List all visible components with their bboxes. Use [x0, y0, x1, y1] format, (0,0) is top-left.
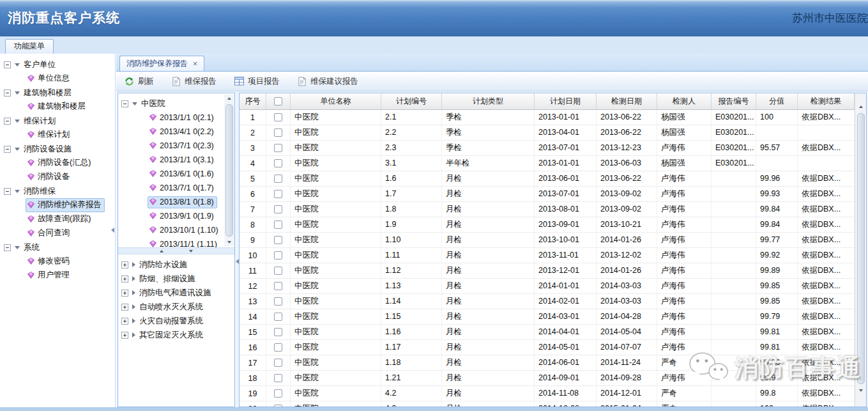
column-header[interactable]: 序号: [240, 93, 266, 109]
expand-icon[interactable]: [121, 304, 128, 311]
row-checkbox[interactable]: [274, 221, 282, 229]
row-checkbox[interactable]: [274, 405, 282, 407]
plan-tree-root[interactable]: 中医院: [118, 97, 234, 111]
column-header[interactable]: 计划类型: [442, 93, 535, 109]
facility-tree-item[interactable]: 消防给水设施: [118, 258, 234, 272]
sidebar-group[interactable]: 系统: [0, 240, 115, 254]
sidebar-group[interactable]: 维保计划: [0, 114, 115, 128]
facility-tree-item[interactable]: 其它固定灭火系统: [118, 328, 234, 342]
plan-tree-item[interactable]: 2013/9/1 0(1.9): [118, 209, 234, 223]
expand-icon[interactable]: [121, 261, 128, 268]
sidebar-item[interactable]: 合同查询: [0, 226, 115, 240]
tree-splitter[interactable]: [118, 247, 234, 254]
refresh-button[interactable]: 刷新: [125, 76, 154, 87]
facility-tree-item[interactable]: 火灾自动报警系统: [118, 314, 234, 328]
expand-icon[interactable]: [121, 275, 128, 283]
sidebar-item[interactable]: 单位信息: [0, 72, 115, 86]
table-row[interactable]: 11中医院1.12月检2013-12-012014-01-26卢海伟99.89依…: [240, 263, 855, 279]
sidebar-group[interactable]: 消防设备设施: [0, 142, 115, 156]
column-header[interactable]: 单位名称: [291, 93, 381, 109]
row-checkbox[interactable]: [274, 174, 282, 183]
column-header[interactable]: 检测结果: [798, 93, 855, 109]
splitter-up-icon[interactable]: [160, 250, 164, 252]
suggestion-report-button[interactable]: 维保建议报告: [298, 76, 358, 87]
row-checkbox[interactable]: [274, 313, 282, 321]
expand-icon[interactable]: [121, 332, 128, 339]
collapse-icon[interactable]: [4, 146, 11, 153]
scrollbar-thumb[interactable]: [857, 113, 865, 384]
grid-scrollbar[interactable]: [855, 93, 866, 407]
table-row[interactable]: 13中医院1.14月检2014-02-012014-03-03卢海伟99.85依…: [240, 294, 855, 309]
row-checkbox[interactable]: [274, 251, 282, 260]
project-report-button[interactable]: 项目报告: [234, 76, 280, 87]
collapse-icon[interactable]: [4, 89, 11, 97]
table-row[interactable]: 18中医院1.21月检2014-09-012014-09-28卢海伟99.9依据…: [240, 371, 855, 386]
row-checkbox[interactable]: [274, 113, 282, 121]
facility-tree-item[interactable]: 防烟、排烟设施: [118, 272, 234, 286]
plan-tree-item[interactable]: 2013/7/1 0(1.7): [118, 181, 234, 195]
row-checkbox[interactable]: [274, 343, 282, 352]
column-header[interactable]: 检测人: [657, 93, 712, 109]
row-checkbox[interactable]: [274, 328, 282, 336]
plan-tree-item[interactable]: 2013/7/1 0(2.3): [118, 139, 234, 153]
scroll-up-icon[interactable]: [859, 105, 863, 108]
expand-icon[interactable]: [121, 318, 128, 325]
splitter-down-icon[interactable]: [189, 250, 193, 252]
row-checkbox[interactable]: [274, 267, 282, 275]
expand-icon[interactable]: [121, 290, 128, 297]
table-row[interactable]: 5中医院1.6月检2013-06-012013-06-22卢海伟99.96依据D…: [240, 171, 855, 187]
plan-tree-item[interactable]: 2013/11/1 (1.11): [118, 237, 234, 247]
table-row[interactable]: 12中医院1.13月检2014-01-012014-03-03卢海伟99.85依…: [240, 279, 855, 294]
sidebar-item[interactable]: 建筑物和楼层: [0, 100, 115, 114]
row-checkbox[interactable]: [274, 128, 282, 137]
table-row[interactable]: 20中医院4.3月检2014-12-082015-01-04严奇100依据DBX…: [240, 401, 855, 407]
row-checkbox[interactable]: [274, 159, 282, 167]
plan-tree-item[interactable]: 2013/10/1 (1.10): [118, 223, 234, 237]
column-header[interactable]: 计划编号: [381, 93, 442, 109]
table-row[interactable]: 14中医院1.15月检2014-03-012014-04-28卢海伟99.79依…: [240, 309, 855, 325]
function-menu-tab[interactable]: 功能菜单: [5, 39, 54, 54]
table-row[interactable]: 10中医院1.11月检2013-11-012013-12-02卢海伟99.92依…: [240, 248, 855, 263]
collapse-icon[interactable]: [4, 61, 11, 68]
row-checkbox[interactable]: [274, 190, 282, 198]
sidebar-item[interactable]: 故障查询(跟踪): [0, 212, 115, 226]
table-row[interactable]: 3中医院2.3季检2013-07-012013-12-23卢海伟E030201.…: [240, 141, 855, 156]
scrollbar-thumb[interactable]: [225, 104, 233, 237]
facility-tree-item[interactable]: 自动喷水灭火系统: [118, 300, 234, 314]
row-checkbox[interactable]: [274, 374, 282, 382]
plan-tree-item[interactable]: 2013/1/1 0(2.1): [118, 111, 234, 125]
table-row[interactable]: 1中医院2.1季检2013-01-012013-06-22杨国强E030201.…: [240, 110, 855, 125]
table-row[interactable]: 17中医院1.18月检2014-06-012014-11-24严奇99.96依据…: [240, 355, 855, 371]
collapse-icon[interactable]: [121, 100, 128, 107]
row-checkbox[interactable]: [274, 144, 282, 152]
collapse-icon[interactable]: [4, 244, 11, 251]
table-row[interactable]: 2中医院2.2季检2013-04-012013-06-22杨国强E030201.…: [240, 125, 855, 141]
row-checkbox[interactable]: [274, 389, 282, 398]
sidebar-group[interactable]: 消防维保: [0, 184, 115, 198]
table-row[interactable]: 7中医院1.8月检2013-08-012013-09-02卢海伟99.84依据D…: [240, 202, 855, 217]
tab-maintenance-report[interactable]: 消防维护保养报告 ×: [119, 56, 204, 71]
row-checkbox[interactable]: [274, 205, 282, 213]
collapse-icon[interactable]: [4, 118, 11, 125]
plan-tree-item[interactable]: 2013/1/1 0(3.1): [118, 153, 234, 167]
table-row[interactable]: 19中医院4.2月检2014-11-082014-12-01严奇99.8依据DB…: [240, 386, 855, 401]
table-row[interactable]: 4中医院3.1半年检2013-01-012013-06-03杨国强E030201…: [240, 156, 855, 171]
table-row[interactable]: 16中医院1.17月检2014-05-012014-07-07卢海伟99.81依…: [240, 340, 855, 355]
sidebar-item[interactable]: 消防设备: [0, 170, 115, 184]
sidebar-item[interactable]: 消防设备(汇总): [0, 156, 115, 170]
facility-tree-item[interactable]: 消防电气和通讯设施: [118, 286, 234, 300]
sidebar-item[interactable]: 维保计划: [0, 128, 115, 142]
maintenance-report-button[interactable]: 维保报告: [172, 76, 217, 87]
plan-tree-item[interactable]: 2013/6/1 0(1.6): [118, 167, 234, 181]
sidebar-collapse-icon[interactable]: [111, 228, 114, 233]
sidebar-group[interactable]: 客户单位: [0, 58, 115, 72]
sidebar-item[interactable]: 用户管理: [0, 268, 115, 283]
plan-tree-scrollbar[interactable]: [224, 95, 234, 246]
column-header[interactable]: 分值: [756, 93, 798, 109]
table-row[interactable]: 6中医院1.7月检2013-07-012013-09-02卢海伟99.93依据D…: [240, 187, 855, 202]
row-checkbox[interactable]: [274, 359, 282, 367]
select-all-checkbox[interactable]: [274, 97, 282, 105]
row-checkbox[interactable]: [274, 297, 282, 306]
table-row[interactable]: 15中医院1.16月检2014-04-012014-05-04卢海伟99.81依…: [240, 325, 855, 340]
plan-tree-item[interactable]: 2013/8/1 0(1.8): [118, 195, 234, 209]
